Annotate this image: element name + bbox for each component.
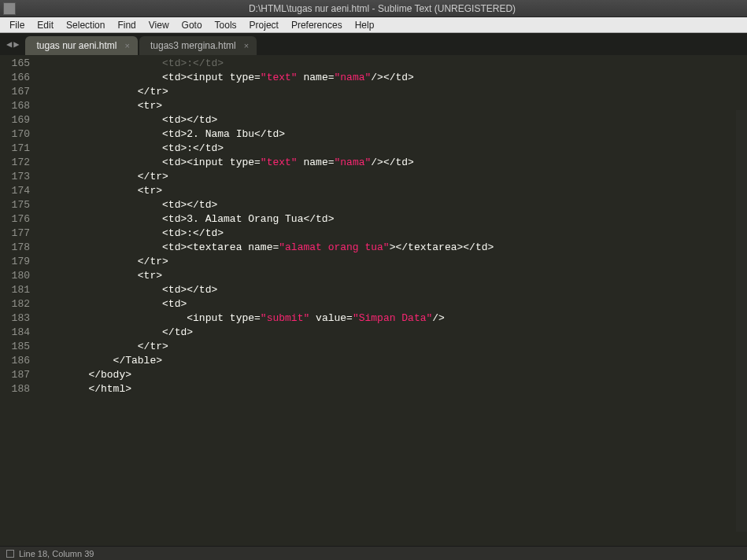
code-line[interactable]: </body> xyxy=(39,368,747,382)
line-number: 167 xyxy=(0,85,30,99)
line-number: 186 xyxy=(0,354,30,368)
code-content[interactable]: <td>:</td> <td><input type="text" name="… xyxy=(36,55,747,546)
code-line[interactable]: <td><textarea name="alamat orang tua"></… xyxy=(39,241,747,255)
statusbar: Line 18, Column 39 xyxy=(0,546,747,560)
code-line[interactable]: </tr> xyxy=(39,340,747,354)
arrow-left-icon[interactable]: ◀ xyxy=(6,39,12,50)
tab-label: tugas3 mergina.html xyxy=(150,40,236,51)
tab-nav-arrows[interactable]: ◀ ▶ xyxy=(3,39,25,55)
line-number: 180 xyxy=(0,269,30,283)
code-line[interactable]: <td><input type="text" name="nama"/></td… xyxy=(39,156,747,170)
arrow-right-icon[interactable]: ▶ xyxy=(13,39,19,50)
line-number: 179 xyxy=(0,255,30,269)
line-number: 183 xyxy=(0,311,30,326)
line-number: 165 xyxy=(0,57,30,71)
menu-tools[interactable]: Tools xyxy=(209,18,243,32)
tab-active[interactable]: tugas nur aeni.html × xyxy=(25,36,138,55)
code-line[interactable]: <tr> xyxy=(39,99,747,113)
titlebar: D:\HTML\tugas nur aeni.html - Sublime Te… xyxy=(0,0,747,17)
editor-area[interactable]: 1651661671681691701711721731741751761771… xyxy=(0,55,747,546)
code-line[interactable]: <tr> xyxy=(39,184,747,198)
code-line[interactable]: </tr> xyxy=(39,255,747,269)
status-indicator-icon[interactable] xyxy=(6,550,14,558)
line-number: 188 xyxy=(0,382,30,396)
close-icon[interactable]: × xyxy=(244,41,249,50)
line-number: 174 xyxy=(0,184,30,198)
line-number: 181 xyxy=(0,283,30,297)
tab-inactive[interactable]: tugas3 mergina.html × xyxy=(139,36,257,55)
code-line[interactable]: <td></td> xyxy=(39,198,747,212)
line-number: 173 xyxy=(0,170,30,184)
menu-help[interactable]: Help xyxy=(349,18,381,32)
window-title: D:\HTML\tugas nur aeni.html - Sublime Te… xyxy=(20,3,744,14)
code-line[interactable]: </html> xyxy=(39,382,747,396)
close-icon[interactable]: × xyxy=(125,41,130,50)
menu-file[interactable]: File xyxy=(3,18,31,32)
menu-goto[interactable]: Goto xyxy=(176,18,209,32)
code-line[interactable]: <td><input type="text" name="nama"/></td… xyxy=(39,71,747,85)
line-number: 172 xyxy=(0,156,30,170)
code-line[interactable]: <td>2. Nama Ibu</td> xyxy=(39,127,747,142)
code-line[interactable]: </tr> xyxy=(39,85,747,99)
line-number: 166 xyxy=(0,71,30,85)
tabbar: ◀ ▶ tugas nur aeni.html × tugas3 mergina… xyxy=(0,33,747,55)
line-number: 169 xyxy=(0,113,30,127)
line-number: 185 xyxy=(0,340,30,354)
code-line[interactable]: </td> xyxy=(39,326,747,340)
code-line[interactable]: <td></td> xyxy=(39,113,747,127)
code-line[interactable]: <td>:</td> xyxy=(39,57,747,71)
menu-find[interactable]: Find xyxy=(111,18,142,32)
code-line[interactable]: <td>3. Alamat Orang Tua</td> xyxy=(39,212,747,227)
line-number: 168 xyxy=(0,99,30,113)
code-line[interactable]: </tr> xyxy=(39,170,747,184)
line-number-gutter: 1651661671681691701711721731741751761771… xyxy=(0,55,36,546)
code-line[interactable]: <td>:</td> xyxy=(39,142,747,156)
line-number: 177 xyxy=(0,227,30,241)
line-number: 175 xyxy=(0,198,30,212)
line-number: 184 xyxy=(0,326,30,340)
menu-view[interactable]: View xyxy=(142,18,176,32)
menu-project[interactable]: Project xyxy=(243,18,285,32)
vertical-scrollbar[interactable] xyxy=(736,110,747,532)
code-line[interactable]: <td> xyxy=(39,297,747,311)
tab-label: tugas nur aeni.html xyxy=(36,40,116,51)
menu-selection[interactable]: Selection xyxy=(60,18,111,32)
line-number: 171 xyxy=(0,142,30,156)
code-line[interactable]: <td>:</td> xyxy=(39,227,747,241)
code-line[interactable]: <tr> xyxy=(39,269,747,283)
code-line[interactable]: </Table> xyxy=(39,354,747,368)
status-text: Line 18, Column 39 xyxy=(19,549,94,558)
line-number: 187 xyxy=(0,368,30,382)
line-number: 182 xyxy=(0,297,30,311)
code-line[interactable]: <td></td> xyxy=(39,283,747,297)
line-number: 176 xyxy=(0,212,30,227)
menu-edit[interactable]: Edit xyxy=(31,18,60,32)
menu-preferences[interactable]: Preferences xyxy=(285,18,349,32)
line-number: 170 xyxy=(0,127,30,142)
line-number: 178 xyxy=(0,241,30,255)
app-icon xyxy=(3,2,16,15)
menubar: File Edit Selection Find View Goto Tools… xyxy=(0,17,747,33)
code-line[interactable]: <input type="submit" value="Simpan Data"… xyxy=(39,311,747,326)
